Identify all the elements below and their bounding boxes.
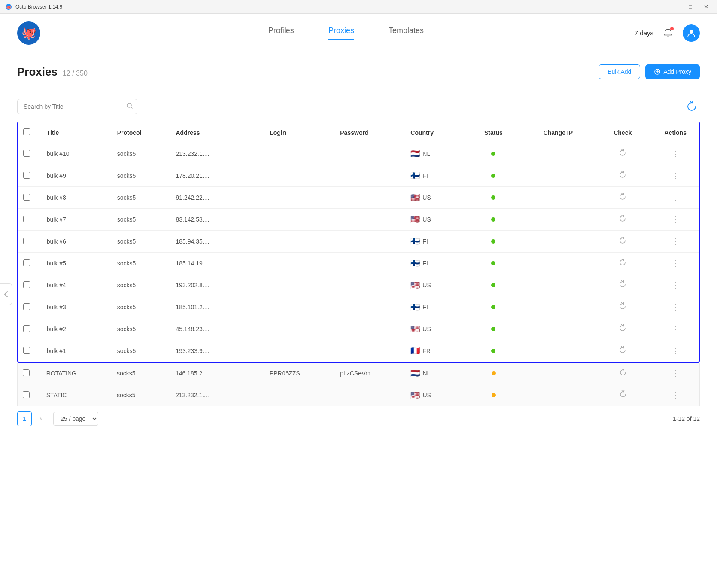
tab-templates[interactable]: Templates — [389, 26, 424, 40]
cell-address: 91.242.22.... — [170, 187, 264, 209]
cell-actions[interactable]: ⋮ — [652, 296, 699, 318]
more-icon[interactable]: ⋮ — [671, 149, 679, 158]
more-icon[interactable]: ⋮ — [671, 215, 679, 224]
cell-check-action[interactable] — [593, 143, 652, 165]
search-input-wrap — [17, 99, 137, 114]
page-btn-1[interactable]: 1 — [17, 411, 32, 426]
per-page-select[interactable]: 25 / page — [53, 412, 98, 426]
cell-check-action[interactable] — [593, 274, 652, 296]
cell-actions[interactable]: ⋮ — [652, 274, 699, 296]
more-icon[interactable]: ⋮ — [671, 347, 679, 355]
country-code: NL — [422, 370, 430, 377]
cell-country: 🇫🇮 FI — [405, 231, 464, 253]
flag-icon: 🇺🇸 — [410, 193, 420, 202]
row-checkbox[interactable] — [23, 216, 30, 222]
more-icon[interactable]: ⋮ — [672, 391, 680, 399]
row-checkbox[interactable] — [23, 369, 30, 376]
cell-check-action[interactable] — [593, 231, 652, 253]
row-checkbox[interactable] — [23, 172, 30, 179]
refresh-proxy-icon[interactable] — [619, 260, 626, 268]
cell-title: bulk #8 — [42, 187, 112, 209]
flag-icon: 🇳🇱 — [410, 149, 420, 158]
more-icon[interactable]: ⋮ — [671, 237, 679, 246]
more-icon[interactable]: ⋮ — [672, 369, 680, 378]
row-checkbox[interactable] — [23, 391, 30, 398]
title-bar-controls: — □ ✕ — [669, 2, 712, 12]
bulk-add-button[interactable]: Bulk Add — [599, 64, 640, 79]
tab-proxies[interactable]: Proxies — [328, 26, 354, 40]
cell-status — [464, 296, 523, 318]
row-checkbox[interactable] — [23, 238, 30, 244]
cell-check-action[interactable] — [593, 340, 652, 362]
row-checkbox[interactable] — [23, 325, 30, 332]
country-code: NL — [422, 150, 430, 157]
refresh-proxy-icon[interactable] — [619, 304, 626, 311]
cell-actions[interactable]: ⋮ — [652, 384, 699, 406]
row-checkbox[interactable] — [23, 347, 30, 354]
cell-actions[interactable]: ⋮ — [652, 143, 699, 165]
flag-icon: 🇫🇮 — [410, 237, 420, 246]
cell-country: 🇺🇸 US — [405, 384, 464, 406]
country-code: FR — [422, 347, 431, 354]
refresh-proxy-icon[interactable] — [619, 348, 626, 355]
refresh-proxy-icon[interactable] — [619, 370, 627, 378]
row-checkbox[interactable] — [23, 303, 30, 310]
more-icon[interactable]: ⋮ — [671, 303, 679, 311]
cell-check-action[interactable] — [593, 296, 652, 318]
col-check: Check — [593, 122, 652, 143]
more-icon[interactable]: ⋮ — [671, 193, 679, 202]
cell-check-action[interactable] — [594, 363, 653, 384]
refresh-proxy-icon[interactable] — [619, 326, 626, 333]
refresh-proxy-icon[interactable] — [619, 173, 626, 180]
user-avatar[interactable] — [683, 24, 700, 42]
row-checkbox[interactable] — [23, 194, 30, 201]
refresh-proxy-icon[interactable] — [619, 216, 626, 224]
cell-actions[interactable]: ⋮ — [652, 165, 699, 187]
cell-actions[interactable]: ⋮ — [652, 209, 699, 231]
cell-protocol: socks5 — [112, 296, 171, 318]
cell-check-action[interactable] — [593, 253, 652, 274]
refresh-proxy-icon[interactable] — [619, 282, 626, 289]
maximize-button[interactable]: □ — [684, 2, 696, 12]
cell-changeip — [523, 253, 593, 274]
notification-button[interactable] — [660, 25, 676, 41]
cell-check-action[interactable] — [593, 209, 652, 231]
col-status: Status — [464, 122, 523, 143]
refresh-proxy-icon[interactable] — [619, 392, 627, 399]
refresh-proxy-icon[interactable] — [619, 238, 626, 246]
col-actions: Actions — [652, 122, 699, 143]
cell-actions[interactable]: ⋮ — [652, 318, 699, 340]
cell-actions[interactable]: ⋮ — [652, 363, 699, 384]
cell-actions[interactable]: ⋮ — [652, 187, 699, 209]
cell-actions[interactable]: ⋮ — [652, 340, 699, 362]
more-icon[interactable]: ⋮ — [671, 325, 679, 333]
refresh-button[interactable] — [684, 98, 700, 115]
row-checkbox[interactable] — [23, 259, 30, 266]
refresh-proxy-icon[interactable] — [619, 151, 626, 158]
close-button[interactable]: ✕ — [700, 2, 712, 12]
tab-profiles[interactable]: Profiles — [268, 26, 294, 40]
cell-check-action[interactable] — [593, 318, 652, 340]
add-proxy-button[interactable]: Add Proxy — [645, 64, 700, 79]
page-next-button[interactable]: › — [33, 411, 48, 426]
more-icon[interactable]: ⋮ — [671, 281, 679, 289]
title-bar-left: 🐙 Octo Browser 1.14.9 — [5, 3, 62, 10]
more-icon[interactable]: ⋮ — [671, 259, 679, 268]
row-checkbox[interactable] — [23, 150, 30, 157]
refresh-proxy-icon[interactable] — [619, 195, 626, 202]
cell-check-action[interactable] — [593, 165, 652, 187]
table-row: STATIC socks5 213.232.1.... 🇺🇸 US — [18, 384, 699, 406]
minimize-button[interactable]: — — [669, 2, 681, 12]
cell-actions[interactable]: ⋮ — [652, 253, 699, 274]
select-all-checkbox[interactable] — [23, 128, 30, 135]
cell-check-action[interactable] — [593, 187, 652, 209]
cell-changeip — [523, 165, 593, 187]
cell-check-action[interactable] — [594, 384, 653, 406]
flag-icon: 🇫🇮 — [410, 302, 420, 312]
more-icon[interactable]: ⋮ — [671, 171, 679, 180]
row-checkbox[interactable] — [23, 281, 30, 288]
sidebar-toggle[interactable] — [0, 283, 12, 305]
search-input[interactable] — [17, 99, 137, 114]
cell-actions[interactable]: ⋮ — [652, 231, 699, 253]
chevron-left-icon — [4, 291, 8, 298]
